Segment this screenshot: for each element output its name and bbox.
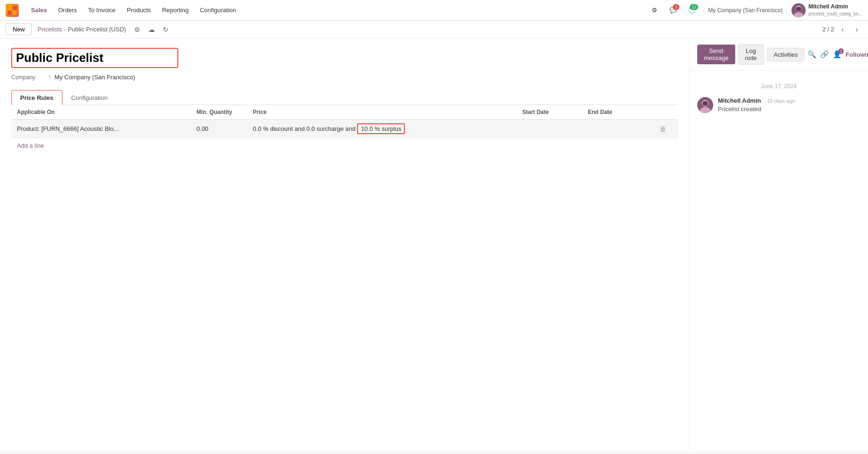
company-field-label: Company — [11, 74, 44, 81]
company-field-value[interactable]: My Company (San Francisco) — [54, 74, 135, 81]
nav-item-to-invoice[interactable]: To Invoice — [84, 4, 121, 16]
row-price-main: 0.0 % discount and 0.0 surcharge and — [253, 125, 358, 132]
messages-badge: 3 — [673, 4, 679, 10]
breadcrumb-bar: New Pricelists › Public Pricelist (USD) … — [0, 21, 868, 38]
nav-item-orders[interactable]: Orders — [53, 4, 82, 16]
breadcrumb: Pricelists › Public Pricelist (USD) — [38, 26, 126, 33]
nav-item-configuration[interactable]: Configuration — [195, 4, 241, 16]
chatter-area: Send message Log note Activities 🔍 🔗 👤 1… — [690, 38, 868, 451]
main-layout: Company ? My Company (San Francisco) Pri… — [0, 38, 868, 451]
pagination-prev[interactable]: ‹ — [837, 24, 848, 35]
message-avatar — [697, 97, 713, 113]
message-body: Mitchell Admin - 10 days ago Pricelist c… — [718, 97, 860, 113]
svg-rect-11 — [703, 101, 708, 106]
row-price: 0.0 % discount and 0.0 surcharge and 10.… — [253, 123, 522, 134]
date-divider: June 17, 2024 — [697, 83, 860, 90]
message-author: Mitchell Admin — [718, 97, 761, 104]
new-button[interactable]: New — [6, 23, 32, 35]
message-time: - 10 days ago — [764, 98, 795, 104]
cloud-upload-icon[interactable]: ☁ — [146, 24, 157, 35]
log-note-button[interactable]: Log note — [738, 44, 764, 65]
user-chatter-icon[interactable]: 👤 1 — [833, 50, 842, 59]
tabs-bar: Price Rules Configuration — [11, 90, 678, 105]
link-chatter-icon[interactable]: 🔗 — [820, 50, 829, 59]
nav-item-sales[interactable]: Sales — [26, 4, 52, 16]
user-menu[interactable]: Mitchell Admin pricelist_multi_categ_kn.… — [792, 3, 862, 17]
company-help-icon: ? — [48, 75, 51, 80]
activities-icon-btn[interactable]: 🕐 12 — [685, 3, 699, 17]
search-chatter-icon[interactable]: 🔍 — [807, 50, 816, 59]
price-rules-table: Applicable On Min. Quantity Price Start … — [11, 105, 678, 153]
chatter-messages: June 17, 2024 Mitchell Admin - 10 days a… — [690, 71, 868, 128]
app-logo — [6, 4, 19, 17]
message-text: Pricelist created — [718, 106, 860, 113]
settings-gear-icon[interactable]: ⚙ — [132, 24, 143, 35]
col-applicable-on: Applicable On — [17, 109, 197, 115]
pagination-next[interactable]: › — [851, 24, 862, 35]
form-area: Company ? My Company (San Francisco) Pri… — [0, 38, 690, 451]
breadcrumb-separator: › — [64, 26, 66, 33]
table-header: Applicable On Min. Quantity Price Start … — [11, 105, 678, 120]
activities-button[interactable]: Activities — [767, 48, 805, 61]
navbar: Sales Orders To Invoice Products Reporti… — [0, 0, 868, 21]
nav-menu: Sales Orders To Invoice Products Reporti… — [26, 4, 241, 16]
col-start-date: Start Date — [522, 109, 588, 115]
company-field-row: Company ? My Company (San Francisco) — [11, 74, 678, 81]
add-line-button[interactable]: Add a line — [11, 138, 678, 153]
user-name: Mitchell Admin — [808, 3, 862, 11]
message-header: Mitchell Admin - 10 days ago — [718, 97, 860, 104]
svg-rect-0 — [8, 6, 12, 10]
chatter-toolbar: Send message Log note Activities 🔍 🔗 👤 1… — [690, 38, 868, 71]
row-applicable-on: Product: [FURN_6666] Acoustic Blo... — [17, 125, 197, 132]
col-end-date: End Date — [588, 109, 654, 115]
navbar-right: ⚙ 💬 3 🕐 12 My Company (San Francisco) Mi… — [647, 3, 862, 17]
svg-rect-1 — [13, 6, 17, 10]
user-avatar — [792, 3, 806, 17]
settings-icon-btn[interactable]: ⚙ — [647, 3, 662, 17]
col-price: Price — [253, 109, 522, 115]
table-row[interactable]: Product: [FURN_6666] Acoustic Blo... 0.0… — [11, 120, 678, 138]
refresh-icon[interactable]: ↻ — [160, 24, 171, 35]
row-delete-button[interactable]: 🗑 — [654, 125, 672, 133]
pagination: 2 / 2 ‹ › — [822, 24, 862, 35]
messages-icon-btn[interactable]: 💬 3 — [666, 3, 680, 17]
breadcrumb-current: Public Pricelist (USD) — [68, 26, 126, 33]
message-item: Mitchell Admin - 10 days ago Pricelist c… — [697, 97, 860, 113]
col-actions — [654, 109, 672, 115]
company-label: My Company (San Francisco) — [704, 7, 787, 14]
following-button[interactable]: Following — [845, 51, 868, 58]
activities-badge: 12 — [690, 4, 698, 10]
tab-configuration[interactable]: Configuration — [62, 90, 116, 105]
user-info: Mitchell Admin pricelist_multi_categ_kn.… — [808, 3, 862, 17]
svg-rect-7 — [796, 7, 801, 11]
nav-item-products[interactable]: Products — [122, 4, 155, 16]
user-sub: pricelist_multi_categ_kn... — [808, 11, 862, 17]
pagination-label: 2 / 2 — [822, 26, 834, 33]
send-message-button[interactable]: Send message — [697, 45, 735, 64]
nav-item-reporting[interactable]: Reporting — [158, 4, 193, 16]
breadcrumb-parent[interactable]: Pricelists — [38, 26, 62, 33]
col-min-quantity: Min. Quantity — [197, 109, 253, 115]
row-min-quantity: 0.00 — [197, 125, 253, 132]
row-price-surplus: 10.0 % surplus — [357, 123, 405, 134]
pricelist-title-input[interactable] — [11, 48, 178, 68]
tab-price-rules[interactable]: Price Rules — [11, 90, 62, 105]
svg-rect-2 — [8, 11, 12, 15]
breadcrumb-actions: ⚙ ☁ ↻ — [132, 24, 171, 35]
svg-rect-3 — [13, 11, 17, 15]
chatter-icons: 🔍 🔗 👤 1 Following — [807, 50, 868, 59]
